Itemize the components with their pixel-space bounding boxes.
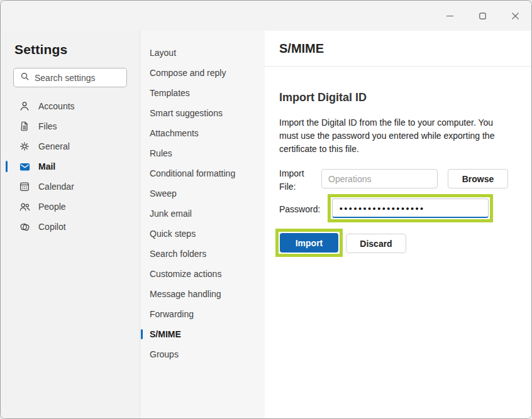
close-icon[interactable] xyxy=(499,1,531,31)
settings-sidebar: Settings Accounts xyxy=(1,31,140,418)
sidebar-item-accounts[interactable]: Accounts xyxy=(1,96,140,116)
nav-item-label: Smart suggestions xyxy=(150,108,223,118)
search-icon xyxy=(20,72,30,84)
nav-item-sweep[interactable]: Sweep xyxy=(140,183,265,204)
active-indicator xyxy=(141,329,143,339)
nav-item-label: Forwarding xyxy=(150,309,194,319)
sidebar-item-label: Accounts xyxy=(38,101,75,111)
sidebar-item-label: Mail xyxy=(38,161,55,171)
mail-icon xyxy=(18,160,31,173)
nav-item-label: Junk email xyxy=(150,209,192,219)
nav-item-smime[interactable]: S/MIME xyxy=(140,324,265,344)
nav-item-groups[interactable]: Groups xyxy=(140,344,265,364)
sidebar-item-copilot[interactable]: Copilot xyxy=(1,217,140,237)
sidebar-item-label: General xyxy=(38,141,70,151)
nav-item-label: Customize actions xyxy=(150,269,221,279)
nav-item-customize-actions[interactable]: Customize actions xyxy=(140,264,265,284)
nav-item-label: Layout xyxy=(150,48,176,58)
password-input[interactable]: •••••••••••••••••• xyxy=(332,199,489,218)
sidebar-item-mail[interactable]: Mail xyxy=(1,156,140,177)
nav-item-quick-steps[interactable]: Quick steps xyxy=(140,224,265,244)
sidebar-item-label: Copilot xyxy=(38,222,66,232)
nav-item-label: Conditional formatting xyxy=(150,168,235,178)
nav-item-label: Compose and reply xyxy=(150,68,226,78)
nav-item-conditional-formatting[interactable]: Conditional formatting xyxy=(140,163,265,183)
nav-item-label: Sweep xyxy=(150,188,177,199)
sidebar-item-label: Files xyxy=(38,121,57,131)
people-icon xyxy=(18,200,31,213)
sidebar-item-label: Calendar xyxy=(38,182,74,192)
nav-item-templates[interactable]: Templates xyxy=(140,83,265,103)
title-bar xyxy=(1,1,531,31)
nav-item-junk-email[interactable]: Junk email xyxy=(140,204,265,224)
nav-item-label: Quick steps xyxy=(150,229,196,239)
nav-item-compose-and-reply[interactable]: Compose and reply xyxy=(140,63,265,83)
discard-button[interactable]: Discard xyxy=(346,234,406,253)
nav-item-attachments[interactable]: Attachments xyxy=(140,123,265,143)
window-body: Settings Accounts xyxy=(1,31,531,418)
nav-item-label: Rules xyxy=(150,148,172,158)
nav-item-forwarding[interactable]: Forwarding xyxy=(140,304,265,324)
calendar-icon xyxy=(18,180,31,193)
maximize-icon[interactable] xyxy=(466,1,499,31)
nav-item-rules[interactable]: Rules xyxy=(140,143,265,163)
import-button[interactable]: Import xyxy=(280,233,338,253)
import-digital-id-heading: Import Digital ID xyxy=(279,91,367,104)
sidebar-item-files[interactable]: Files xyxy=(1,116,140,136)
nav-item-label: Attachments xyxy=(150,128,199,138)
nav-item-label: Groups xyxy=(150,349,179,359)
settings-title: Settings xyxy=(14,42,140,57)
sidebar-item-general[interactable]: General xyxy=(1,136,140,156)
password-highlight-box: •••••••••••••••••• xyxy=(328,194,493,222)
import-file-input[interactable] xyxy=(321,169,438,188)
nav-item-smart-suggestions[interactable]: Smart suggestions xyxy=(140,103,265,123)
search-input[interactable] xyxy=(35,73,121,83)
panel-title: S/MIME xyxy=(265,31,531,67)
password-label: Password: xyxy=(279,203,320,216)
file-icon xyxy=(18,120,31,133)
nav-item-layout[interactable]: Layout xyxy=(140,43,265,63)
sidebar-item-people[interactable]: People xyxy=(1,197,140,217)
person-icon xyxy=(18,100,31,112)
active-indicator xyxy=(6,161,8,172)
import-button-highlight-box: Import xyxy=(275,229,343,257)
nav-item-label: Templates xyxy=(150,88,190,98)
copilot-icon xyxy=(18,220,31,233)
nav-item-search-folders[interactable]: Search folders xyxy=(140,244,265,264)
browse-button[interactable]: Browse xyxy=(448,169,508,188)
mail-settings-nav: Layout Compose and reply Templates Smart… xyxy=(140,31,265,418)
nav-item-label: Message handling xyxy=(150,289,221,299)
import-description: Import the Digital ID from the file to y… xyxy=(279,116,511,156)
smime-panel: S/MIME Import Digital ID Import the Digi… xyxy=(265,31,531,418)
sidebar-item-calendar[interactable]: Calendar xyxy=(1,177,140,197)
sidebar-category-list: Accounts Files xyxy=(1,96,140,237)
nav-item-message-handling[interactable]: Message handling xyxy=(140,284,265,304)
nav-item-label: Search folders xyxy=(150,249,206,259)
sidebar-item-label: People xyxy=(38,202,66,212)
gear-icon xyxy=(18,140,31,153)
import-file-label: Import File: xyxy=(279,167,318,193)
search-settings-box[interactable] xyxy=(13,68,127,87)
minimize-icon[interactable] xyxy=(433,1,466,31)
nav-item-label: S/MIME xyxy=(150,329,181,339)
settings-window: Settings Accounts xyxy=(0,0,532,419)
